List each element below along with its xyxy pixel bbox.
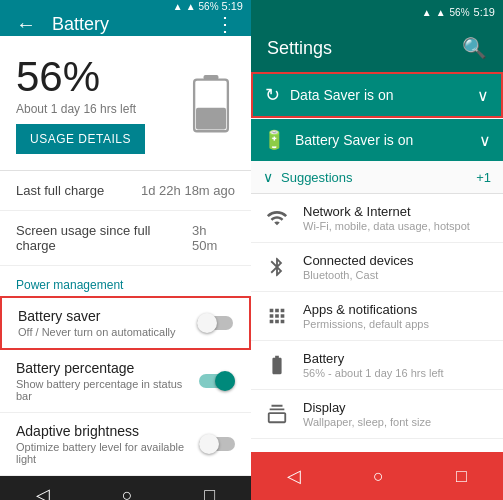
battery-saver-toggle-thumb [197,313,217,333]
right-signal-icon: ▲ [422,7,432,18]
battery-percentage-item[interactable]: Battery percentage Show battery percenta… [0,350,251,413]
menu-button[interactable]: ⋮ [215,12,235,36]
right-status-time: 5:19 [474,6,495,18]
suggestions-label: Suggestions [281,170,476,185]
back-button[interactable]: ← [16,13,36,36]
left-panel: ▲ ▲ 56% 5:19 ← Battery ⋮ 56% About 1 day… [0,0,251,500]
battery-settings-title: Battery [303,351,491,366]
display-item[interactable]: Display Wallpaper, sleep, font size [251,390,503,439]
right-back-nav[interactable]: ◁ [271,457,317,495]
right-search-button[interactable]: 🔍 [462,36,487,60]
right-top-bar: Settings 🔍 [251,24,503,72]
screen-usage-value: 3h 50m [192,223,235,253]
left-status-icons: ▲ ▲ 56% 5:19 [173,0,243,12]
connected-devices-content: Connected devices Bluetooth, Cast [303,253,491,281]
right-recents-nav[interactable]: □ [440,458,483,495]
network-icon [263,204,291,232]
battery-saver-item[interactable]: Battery saver Off / Never turn on automa… [0,296,251,350]
right-wifi-icon: ▲ [436,7,446,18]
left-top-bar: ← Battery ⋮ [0,12,251,36]
left-recents-nav[interactable]: □ [188,477,231,501]
network-content: Network & Internet Wi-Fi, mobile, data u… [303,204,491,232]
battery-saver-chevron-icon: ∨ [479,131,491,150]
left-home-nav[interactable]: ○ [106,477,149,501]
data-saver-icon: ↻ [265,84,280,106]
right-panel: ▲ ▲ 56% 5:19 Settings 🔍 ↻ Data Saver is … [251,0,503,500]
right-status-bar: ▲ ▲ 56% 5:19 [251,0,503,24]
last-full-charge-row: Last full charge 1d 22h 18m ago [0,171,251,211]
connected-devices-title: Connected devices [303,253,491,268]
battery-summary: 56% About 1 day 16 hrs left USAGE DETAIL… [0,36,251,171]
sound-item[interactable]: Sound Volume, vibration, Do Not Disturb [251,439,503,452]
usage-details-button[interactable]: USAGE DETAILS [16,124,145,154]
battery-saver-subtitle: Off / Never turn on automatically [18,326,176,338]
data-saver-banner[interactable]: ↻ Data Saver is on ∨ [251,72,503,118]
battery-percentage-labels: Battery percentage Show battery percenta… [16,360,199,402]
battery-percent-value: 56% [16,56,175,98]
battery-percent-info: 56% About 1 day 16 hrs left USAGE DETAIL… [16,56,175,154]
wifi-icon: ▲ [186,1,196,12]
battery-saver-banner-text: Battery Saver is on [295,132,469,148]
right-nav-bar: ◁ ○ □ [251,452,503,500]
battery-percentage-toggle[interactable] [199,371,235,391]
adaptive-brightness-item[interactable]: Adaptive brightness Optimize battery lev… [0,413,251,476]
left-status-time: 5:19 [222,0,243,12]
battery-icon-visual [187,75,235,135]
adaptive-brightness-toggle-thumb [199,434,219,454]
adaptive-brightness-labels: Adaptive brightness Optimize battery lev… [16,423,199,465]
display-subtitle: Wallpaper, sleep, font size [303,416,491,428]
signal-icon: ▲ [173,1,183,12]
apps-notifications-item[interactable]: Apps & notifications Permissions, defaul… [251,292,503,341]
network-title: Network & Internet [303,204,491,219]
battery-saver-title: Battery saver [18,308,176,324]
battery-settings-item[interactable]: Battery 56% - about 1 day 16 hrs left [251,341,503,390]
battery-settings-subtitle: 56% - about 1 day 16 hrs left [303,367,491,379]
suggestions-chevron-icon: ∨ [263,169,273,185]
right-battery-icon: 56% [450,7,470,18]
battery-settings-icon [263,351,291,379]
power-management-header: Power management [0,266,251,296]
svg-rect-2 [196,108,226,130]
battery-saver-labels: Battery saver Off / Never turn on automa… [18,308,176,338]
left-nav-bar: ◁ ○ □ [0,476,251,500]
screen-usage-label: Screen usage since full charge [16,223,192,253]
apps-notifications-content: Apps & notifications Permissions, defaul… [303,302,491,330]
adaptive-brightness-toggle[interactable] [199,434,235,454]
network-subtitle: Wi-Fi, mobile, data usage, hotspot [303,220,491,232]
apps-notifications-subtitle: Permissions, default apps [303,318,491,330]
display-title: Display [303,400,491,415]
last-full-charge-value: 1d 22h 18m ago [141,183,235,198]
right-top-title: Settings [267,38,332,59]
battery-percentage-row: Battery percentage Show battery percenta… [16,360,235,402]
suggestions-badge: +1 [476,170,491,185]
network-internet-item[interactable]: Network & Internet Wi-Fi, mobile, data u… [251,194,503,243]
left-top-title: Battery [52,14,199,35]
battery-saver-toggle[interactable] [197,313,233,333]
battery-settings-content: Battery 56% - about 1 day 16 hrs left [303,351,491,379]
connected-devices-item[interactable]: Connected devices Bluetooth, Cast [251,243,503,292]
battery-percentage-title: Battery percentage [16,360,199,376]
data-saver-text: Data Saver is on [290,87,467,103]
battery-percentage-toggle-thumb [215,371,235,391]
battery-saver-banner-icon: 🔋 [263,129,285,151]
apps-notifications-title: Apps & notifications [303,302,491,317]
data-saver-chevron-icon: ∨ [477,86,489,105]
display-icon [263,400,291,428]
display-content: Display Wallpaper, sleep, font size [303,400,491,428]
apps-icon [263,302,291,330]
suggestions-header[interactable]: ∨ Suggestions +1 [251,161,503,194]
right-settings-list: Network & Internet Wi-Fi, mobile, data u… [251,194,503,452]
right-home-nav[interactable]: ○ [357,458,400,495]
battery-percentage-subtitle: Show battery percentage in status bar [16,378,199,402]
adaptive-brightness-row: Adaptive brightness Optimize battery lev… [16,423,235,465]
left-status-bar: ▲ ▲ 56% 5:19 [0,0,251,12]
battery-status-icon: 56% [199,1,219,12]
battery-saver-row: Battery saver Off / Never turn on automa… [18,308,233,338]
adaptive-brightness-title: Adaptive brightness [16,423,199,439]
screen-usage-row: Screen usage since full charge 3h 50m [0,211,251,266]
battery-time-left: About 1 day 16 hrs left [16,102,175,116]
info-rows: Last full charge 1d 22h 18m ago Screen u… [0,171,251,266]
battery-saver-banner[interactable]: 🔋 Battery Saver is on ∨ [251,119,503,161]
left-back-nav[interactable]: ◁ [20,476,66,500]
adaptive-brightness-subtitle: Optimize battery level for available lig… [16,441,199,465]
